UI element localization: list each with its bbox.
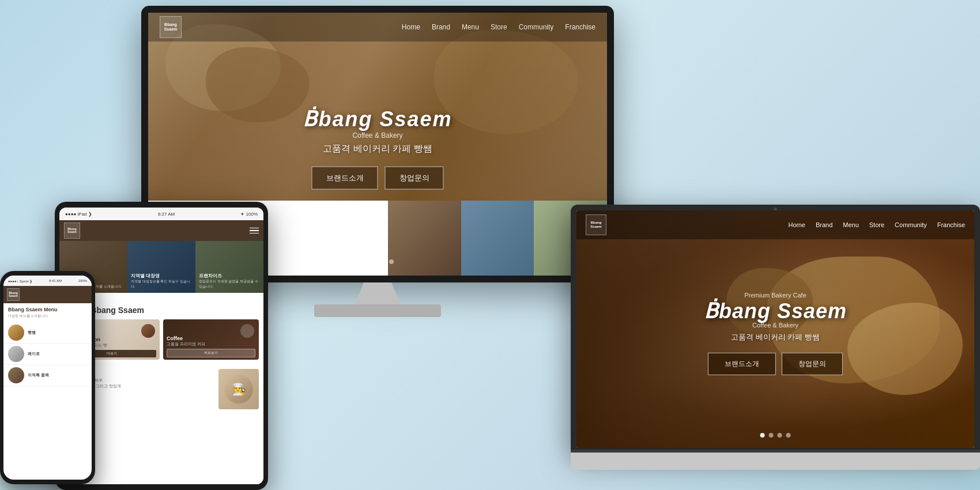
laptop-frame: BbangSsaem Home Brand Menu Store Communi… — [571, 205, 980, 453]
tablet-status-time: 6:27 AM — [158, 212, 175, 217]
laptop-slider-dots — [760, 433, 791, 438]
laptop-nav-home[interactable]: Home — [789, 221, 805, 228]
laptop-nav-store[interactable]: Store — [869, 221, 884, 228]
phone-item-icon-2 — [8, 346, 24, 362]
coffee-title: Coffee — [167, 336, 255, 341]
tablet-img-sub-3: 창업문의시 자세한 설명을 제공받을 수 있습니다. — [199, 279, 260, 289]
nav-franchise[interactable]: Franchise — [565, 23, 595, 31]
tablet-img-franchise: 프랜차이즈 창업문의시 자세한 설명을 제공받을 수 있습니다. — [195, 241, 263, 293]
tablet-img-sub-2: 지역별 대장정보를 확인 하실수 있습니다. — [131, 279, 192, 289]
nav-community[interactable]: Community — [519, 23, 554, 31]
coffee-card: Coffee 고품질 프리미엄 커피 커피보기 — [163, 319, 259, 360]
dot-4[interactable] — [389, 259, 394, 264]
phone-device: ●●●●○ Sprint ❯ 9:41 AM 100% BbangSsaem B… — [0, 271, 95, 484]
phone-item-2[interactable]: 페이로 — [3, 344, 92, 365]
fermentation-icon — [141, 324, 155, 338]
phone-navbar: BbangSsaem — [3, 286, 92, 303]
desktop-cta-buttons: 브랜드소개 창업문의 — [303, 167, 452, 190]
laptop-brand-btn[interactable]: 브랜드소개 — [708, 353, 776, 375]
franchise-inquiry-button[interactable]: 창업문의 — [385, 167, 444, 190]
nav-brand[interactable]: Brand — [432, 23, 450, 31]
laptop-hero-content: Premium Bakery Cafe Ḃbang Ssaem Coffee &… — [704, 292, 847, 375]
phone-item-name-3: 지역특 품목 — [28, 372, 49, 378]
laptop-dot-3[interactable] — [778, 433, 782, 438]
laptop-premium-label: Premium Bakery Cafe — [704, 292, 847, 299]
desktop-brand-name: Ḃbang Ssaem — [303, 107, 452, 131]
laptop-dot-4[interactable] — [786, 433, 791, 438]
tablet-logo: BbangSsaem — [64, 223, 80, 239]
desktop-hero-content: Ḃbang Ssaem Coffee & Bakery 고품격 베이커리 카페 … — [303, 107, 452, 190]
laptop-logo: BbangSsaem — [586, 214, 606, 235]
hamburger-line-1 — [250, 228, 259, 229]
desktop-nav-links: Home Brand Menu Store Community Franchis… — [402, 23, 595, 31]
brand-intro-button[interactable]: 브랜드소개 — [312, 167, 378, 190]
laptop-nav-community[interactable]: Community — [895, 221, 927, 228]
phone-logo-text: BbangSsaem — [9, 292, 18, 298]
phone-status-left: ●●●●○ Sprint ❯ — [8, 279, 32, 283]
dot-3[interactable] — [380, 259, 385, 264]
phone-item-text-wrap-1: 빵쌤 — [28, 330, 36, 336]
laptop-nav-brand[interactable]: Brand — [816, 221, 832, 228]
phone-item-name-1: 빵쌤 — [28, 330, 36, 336]
laptop-korean-title: 고품격 베이커리 카페 빵쌤 — [704, 332, 847, 342]
tablet-img-region: 지역별 대장영 지역별 대장정보를 확인 하실수 있습니다. — [127, 241, 195, 293]
phone-item-name-2: 페이로 — [28, 351, 40, 357]
coffee-sub: 고품질 프리미엄 커피 — [167, 341, 255, 347]
logo-box: BbangSsaem — [160, 16, 182, 38]
phone-item-3[interactable]: 지역특 품목 — [3, 365, 92, 386]
tablet-status-right: ✦ 100% — [240, 212, 258, 217]
nav-store[interactable]: Store — [491, 23, 507, 31]
dot-1[interactable] — [361, 259, 366, 264]
desktop-navbar: BbangSsaem Home Brand Menu Store Communi… — [148, 13, 607, 42]
phone-item-icon-3 — [8, 367, 24, 383]
chef-icon: 👨‍🍳 — [232, 382, 246, 396]
coffee-icon — [240, 324, 254, 338]
desktop-korean-title: 고품격 베이커리 카페 빵쌤 — [303, 143, 452, 155]
phone-section-subtitle: 다양한 메뉴를 소개합니다 — [3, 314, 92, 322]
nav-home[interactable]: Home — [402, 23, 420, 31]
laptop-brand-name: Ḃbang Ssaem — [704, 301, 847, 322]
monitor-neck — [355, 282, 401, 306]
tablet-img-label-3: 프랜차이즈 — [199, 273, 260, 279]
tablet-status-left: ●●●● iPad ❯ — [65, 212, 92, 217]
laptop-navbar: BbangSsaem Home Brand Menu Store Communi… — [576, 210, 974, 239]
chef-illustration: 👨‍🍳 — [224, 375, 253, 404]
laptop-nav-menu[interactable]: Menu — [843, 221, 859, 228]
phone-screen: ●●●●○ Sprint ❯ 9:41 AM 100% BbangSsaem B… — [3, 276, 92, 480]
laptop-dot-1[interactable] — [760, 433, 765, 438]
slider-dots — [361, 259, 394, 264]
coffee-more-btn[interactable]: 커피보기 — [167, 349, 255, 357]
about-img-1 — [388, 201, 461, 276]
about-img-2 — [461, 201, 534, 276]
history-image: 👨‍🍳 — [218, 369, 259, 409]
laptop-brand-title: Ḃbang Ssaem — [704, 299, 847, 323]
laptop-cta-buttons: 브랜드소개 창업문의 — [704, 353, 847, 375]
laptop-base — [571, 453, 980, 470]
tablet-menu-icon[interactable] — [250, 228, 259, 234]
phone-status-bar: ●●●●○ Sprint ❯ 9:41 AM 100% — [3, 276, 92, 286]
laptop-dot-2[interactable] — [769, 433, 774, 438]
hamburger-line-2 — [250, 230, 259, 231]
monitor-base — [314, 304, 441, 317]
phone-item-text-wrap-2: 페이로 — [28, 351, 40, 357]
logo-text: BbangSsaem — [164, 22, 178, 31]
tablet-logo-text: BbangSsaem — [67, 228, 77, 234]
laptop-franchise-btn[interactable]: 창업문의 — [782, 353, 843, 375]
phone-logo: BbangSsaem — [7, 288, 20, 301]
phone-item-1[interactable]: 빵쌤 — [3, 322, 92, 344]
laptop-nav-links: Home Brand Menu Store Community Franchis… — [789, 221, 965, 228]
phone-item-icon-1 — [8, 325, 24, 341]
laptop-logo-text: BbangSsaem — [590, 221, 601, 228]
laptop-device: BbangSsaem Home Brand Menu Store Communi… — [571, 205, 980, 487]
phone-section-title: Bbang Ssaem Menu — [3, 303, 92, 314]
desktop-brand-sub: Coffee & Bakery — [303, 131, 452, 140]
tablet-status-bar: ●●●● iPad ❯ 6:27 AM ✦ 100% — [59, 208, 263, 220]
desktop-logo: BbangSsaem — [160, 16, 182, 38]
nav-menu[interactable]: Menu — [462, 23, 479, 31]
laptop-screen: BbangSsaem Home Brand Menu Store Communi… — [576, 210, 974, 448]
phone-status-time: 9:41 AM — [49, 279, 62, 282]
tablet-img-label-2: 지역별 대장영 — [131, 273, 192, 279]
laptop-nav-franchise[interactable]: Franchise — [937, 221, 965, 228]
dot-2[interactable] — [371, 259, 375, 264]
phone-content: Bbang Ssaem Menu 다양한 메뉴를 소개합니다 빵쌤 페이로 — [3, 303, 92, 480]
